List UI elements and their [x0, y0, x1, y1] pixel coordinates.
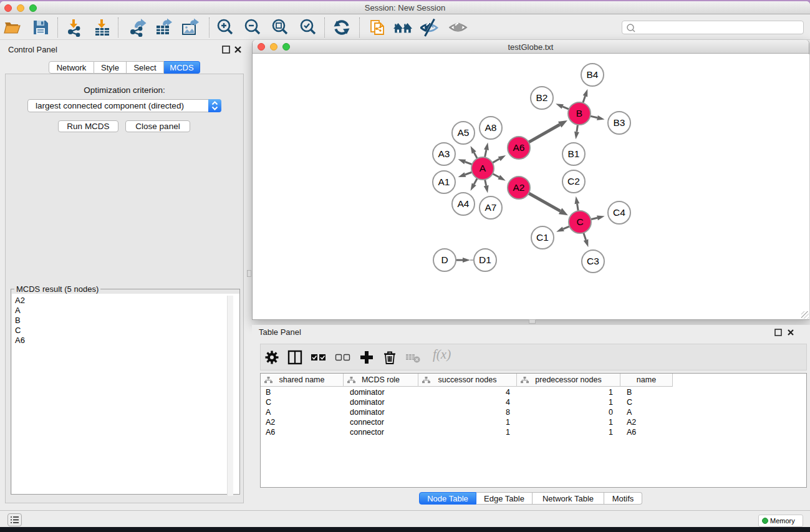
svg-text:B3: B3 — [614, 117, 625, 128]
svg-text:A4: A4 — [458, 198, 470, 209]
svg-text:A6: A6 — [513, 142, 525, 153]
svg-text:B: B — [576, 108, 582, 118]
svg-text:C1: C1 — [536, 232, 549, 243]
svg-text:C4: C4 — [613, 207, 625, 218]
svg-text:B2: B2 — [536, 92, 548, 103]
svg-text:C: C — [576, 216, 583, 227]
svg-text:A7: A7 — [485, 202, 497, 213]
svg-text:D: D — [441, 254, 448, 265]
svg-text:A2: A2 — [513, 182, 525, 193]
svg-text:A8: A8 — [485, 122, 497, 133]
svg-text:C2: C2 — [567, 176, 580, 186]
svg-text:A5: A5 — [458, 127, 470, 138]
svg-text:A: A — [480, 163, 486, 173]
svg-text:B1: B1 — [568, 148, 580, 159]
svg-text:D1: D1 — [479, 254, 491, 265]
svg-text:A1: A1 — [438, 177, 450, 187]
svg-text:A3: A3 — [438, 148, 450, 159]
svg-text:C3: C3 — [587, 256, 599, 266]
svg-text:B4: B4 — [587, 69, 599, 80]
